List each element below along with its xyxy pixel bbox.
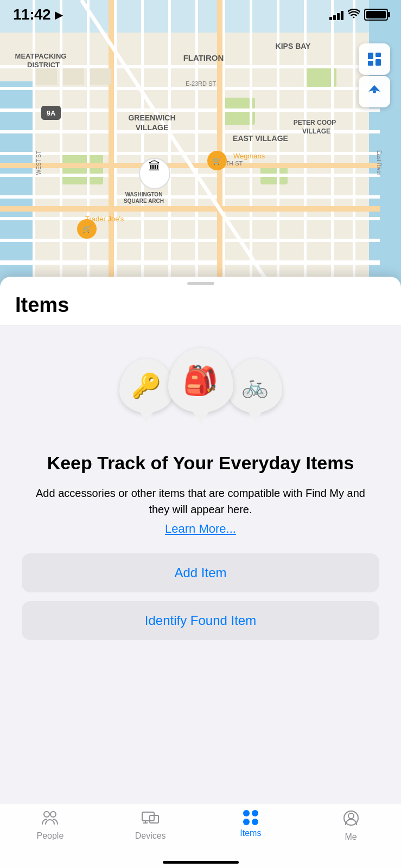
tab-people-label: People	[36, 831, 63, 841]
svg-rect-66	[368, 61, 373, 66]
battery-level: 100	[370, 10, 382, 19]
dot1	[243, 810, 250, 816]
tab-people[interactable]: People	[0, 810, 100, 841]
svg-point-68	[373, 90, 376, 93]
svg-rect-37	[63, 68, 84, 85]
tab-me-label: Me	[345, 832, 357, 842]
svg-rect-3	[0, 81, 33, 288]
map-view-button[interactable]	[359, 43, 390, 75]
svg-text:🏛: 🏛	[149, 159, 161, 173]
tab-items-label: Items	[240, 828, 261, 838]
items-icon-cluster: 🔑 🎒 🚲	[119, 348, 282, 435]
map-controls[interactable]	[359, 43, 390, 107]
tab-me[interactable]: Me	[301, 810, 401, 842]
svg-rect-22	[141, 0, 144, 288]
location-button[interactable]	[359, 76, 390, 107]
svg-text:VILLAGE: VILLAGE	[136, 123, 169, 132]
svg-text:SQUARE ARCH: SQUARE ARCH	[124, 198, 164, 204]
svg-rect-29	[331, 0, 334, 288]
svg-text:WEST ST: WEST ST	[36, 151, 42, 175]
svg-text:MEATPACKING: MEATPACKING	[15, 52, 67, 60]
svg-point-69	[44, 812, 49, 817]
svg-text:FLATIRON: FLATIRON	[183, 53, 224, 62]
svg-text:🛒: 🛒	[213, 156, 222, 165]
svg-rect-15	[0, 217, 380, 220]
tab-devices-label: Devices	[135, 831, 166, 841]
svg-rect-14	[0, 195, 380, 199]
svg-text:PETER COOP: PETER COOP	[294, 119, 336, 126]
svg-point-76	[348, 813, 354, 819]
bike-emoji: 🚲	[241, 375, 269, 397]
devices-icon	[141, 810, 160, 828]
svg-text:VILLAGE: VILLAGE	[302, 127, 330, 135]
svg-rect-30	[353, 0, 355, 288]
svg-text:🛒: 🛒	[82, 225, 92, 234]
svg-rect-13	[0, 174, 380, 177]
svg-point-70	[50, 812, 56, 817]
bike-pin: 🚲	[228, 359, 282, 413]
items-icon	[243, 810, 258, 825]
status-time: 11:42	[13, 6, 50, 23]
sub-text: Add accessories or other items that are …	[22, 485, 379, 518]
tab-bar: People Devices Items	[0, 803, 401, 868]
svg-rect-23	[168, 0, 171, 288]
svg-rect-34	[217, 0, 222, 288]
backpack-emoji: 🎒	[183, 366, 218, 394]
bottom-sheet: Items 🔑 🎒 🚲 Keep Track of Your Everyday …	[0, 277, 401, 868]
svg-rect-19	[60, 0, 62, 288]
add-item-button[interactable]: Add Item	[22, 553, 379, 592]
identify-found-item-button[interactable]: Identify Found Item	[22, 601, 379, 640]
svg-rect-20	[87, 0, 90, 288]
dot3	[243, 819, 250, 825]
wifi-icon	[348, 9, 360, 21]
main-heading: Keep Track of Your Everyday Items	[47, 452, 354, 474]
svg-text:E-23RD ST: E-23RD ST	[186, 80, 217, 87]
svg-rect-71	[142, 812, 154, 821]
svg-rect-12	[0, 152, 380, 155]
svg-text:EAST VILLAGE: EAST VILLAGE	[233, 134, 288, 143]
location-active-icon: ▶	[55, 8, 63, 21]
svg-rect-67	[375, 59, 381, 66]
tab-devices[interactable]: Devices	[100, 810, 201, 841]
svg-rect-32	[0, 206, 380, 212]
key-pin: 🔑	[119, 359, 174, 413]
svg-rect-17	[0, 260, 380, 265]
svg-rect-16	[0, 239, 380, 242]
svg-rect-9	[0, 87, 380, 90]
svg-rect-25	[222, 0, 225, 288]
signal-icon	[329, 9, 343, 20]
people-icon	[41, 810, 59, 828]
svg-rect-18	[33, 0, 35, 288]
learn-more-link[interactable]: Learn More...	[165, 522, 236, 536]
backpack-pin: 🎒	[168, 348, 233, 413]
status-icons: 100	[329, 9, 388, 21]
map-view[interactable]: MEATPACKING DISTRICT FLATIRON KIPS BAY G…	[0, 0, 401, 288]
dot4	[252, 819, 258, 825]
svg-text:9A: 9A	[47, 109, 56, 117]
svg-text:DISTRICT: DISTRICT	[27, 61, 60, 69]
svg-rect-65	[375, 53, 381, 57]
svg-rect-26	[250, 0, 252, 288]
svg-text:East River: East River	[376, 150, 382, 176]
svg-text:KIPS BAY: KIPS BAY	[276, 42, 311, 50]
sheet-title: Items	[0, 285, 401, 326]
battery-icon: 100	[364, 9, 388, 21]
svg-rect-64	[368, 53, 373, 59]
svg-text:Wegmans: Wegmans	[233, 152, 265, 160]
key-emoji: 🔑	[131, 374, 161, 398]
tab-items[interactable]: Items	[201, 810, 301, 838]
content-area: 🔑 🎒 🚲 Keep Track of Your Everyday Items …	[0, 326, 401, 868]
svg-rect-38	[90, 68, 111, 85]
home-indicator	[163, 861, 239, 864]
svg-text:GREENWICH: GREENWICH	[128, 113, 175, 122]
svg-text:WASHINGTON: WASHINGTON	[125, 192, 163, 197]
dot2	[252, 810, 258, 816]
svg-rect-36	[36, 68, 57, 85]
svg-rect-21	[114, 0, 117, 288]
svg-rect-24	[195, 0, 198, 288]
status-bar: 11:42 ▶ 100	[0, 0, 401, 29]
me-icon	[343, 810, 359, 829]
svg-text:Trader Joe's: Trader Joe's	[85, 215, 124, 223]
